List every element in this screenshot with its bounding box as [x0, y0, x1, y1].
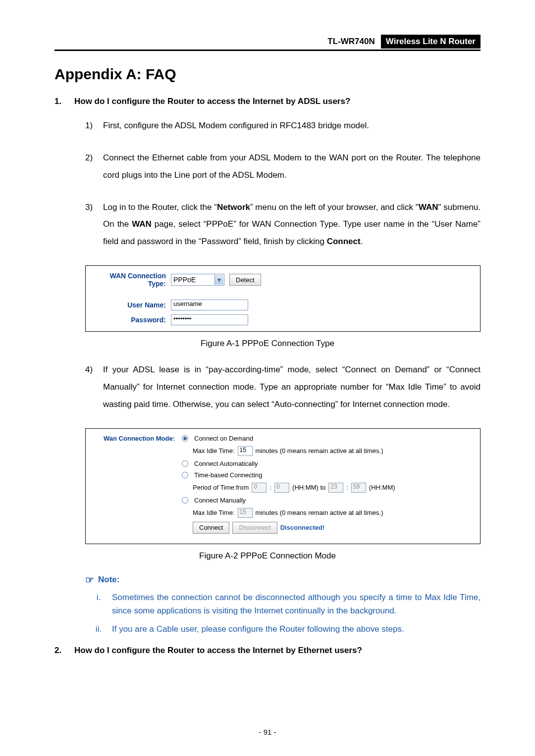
faq-item: 2. How do I configure the Router to acce…: [54, 646, 481, 655]
step-text: If your ADSL lease is in “pay-according-…: [103, 361, 481, 413]
label: minutes (0 means remain active at all ti…: [256, 447, 383, 454]
note-text: If you are a Cable user, please configur…: [112, 622, 481, 636]
action-row: Connect Disconnect Disconnected!: [193, 522, 473, 534]
max-idle-input-2[interactable]: 15: [238, 508, 253, 518]
period-from-hh[interactable]: 0: [252, 483, 267, 493]
faq-item: 1. How do I configure the Router to acce…: [54, 97, 481, 636]
step-list: 1) First, configure the ADSL Modem confi…: [85, 117, 481, 251]
note-label: Note:: [98, 575, 119, 585]
label: minutes (0 means remain active at all ti…: [256, 509, 383, 516]
radio-option[interactable]: Connect on Demand: [182, 435, 473, 442]
step-item: 3) Log in to the Router, click the “Netw…: [85, 199, 481, 251]
label: Period of Time:from: [193, 484, 249, 491]
form-row: WAN Connection Type: PPPoE ▾ Detect: [93, 272, 473, 288]
colon: :: [346, 484, 348, 491]
faq-text: How do I configure the Router to access …: [74, 97, 481, 106]
model-code: TL-WR740N: [327, 37, 374, 47]
radio-option[interactable]: Connect Automatically: [182, 460, 473, 467]
label: (HH:MM) to: [292, 484, 325, 491]
idle-row: Max Idle Time: 15 minutes (0 means remai…: [193, 508, 473, 518]
label: (HH:MM): [369, 484, 395, 491]
period-to-hh[interactable]: 23: [328, 483, 343, 493]
note-number: ii.: [85, 622, 112, 636]
document-page: TL-WR740N Wireless Lite N Router Appendi…: [0, 0, 535, 756]
figure-a1: WAN Connection Type: PPPoE ▾ Detect User…: [85, 265, 481, 332]
field-label: WAN Connection Type:: [93, 272, 171, 288]
chevron-down-icon: ▾: [214, 275, 223, 285]
step-item: 2) Connect the Ethernet cable from your …: [85, 150, 481, 184]
field-label: User Name:: [93, 301, 171, 309]
status-text: Disconnected!: [280, 524, 325, 531]
form-row: User Name: username: [93, 300, 473, 310]
step-text: First, configure the ADSL Modem configur…: [103, 117, 481, 135]
radio-option[interactable]: Time-based Connecting: [182, 471, 473, 479]
period-row: Period of Time:from 0 : 0 (HH:MM) to 23 …: [193, 483, 473, 493]
faq-question: 1. How do I configure the Router to acce…: [54, 97, 481, 106]
radio-icon: [182, 472, 188, 478]
radio-option[interactable]: Connect Manually: [182, 497, 473, 504]
step-list: 4) If your ADSL lease is in “pay-accordi…: [85, 361, 481, 413]
period-to-mm[interactable]: 59: [351, 483, 366, 493]
text: ” menu on the left of your browser, and …: [250, 202, 419, 212]
bold: WAN: [419, 202, 438, 212]
select-value: PPPoE: [173, 276, 196, 284]
form-row: Wan Connection Mode: Connect on Demand M…: [93, 435, 473, 538]
figure-a2: Wan Connection Mode: Connect on Demand M…: [85, 428, 481, 544]
label: Max Idle Time:: [193, 447, 235, 454]
step-text: Connect the Ethernet cable from your ADS…: [103, 150, 481, 184]
option-label: Connect Manually: [194, 497, 246, 504]
faq-number: 1.: [54, 97, 74, 106]
connect-button[interactable]: Connect: [193, 522, 229, 534]
step-item: 4) If your ADSL lease is in “pay-accordi…: [85, 361, 481, 413]
note-item: ii. If you are a Cable user, please conf…: [85, 622, 481, 636]
bold: Connect: [327, 237, 361, 246]
option-label: Connect Automatically: [194, 460, 258, 467]
form-row: Password: ••••••••: [93, 314, 473, 325]
bold: WAN: [132, 219, 152, 229]
field-label: Wan Connection Mode:: [93, 435, 182, 538]
product-name: Wireless Lite N Router: [381, 35, 481, 49]
page-header: TL-WR740N Wireless Lite N Router: [54, 35, 481, 51]
wan-type-select[interactable]: PPPoE ▾: [171, 274, 224, 286]
note-item: i. Sometimes the connection cannot be di…: [85, 591, 481, 617]
mode-options: Connect on Demand Max Idle Time: 15 minu…: [182, 435, 473, 538]
step-number: 2): [85, 150, 103, 184]
page-title: Appendix A: FAQ: [54, 66, 481, 83]
password-input[interactable]: ••••••••: [171, 314, 248, 325]
colon: :: [269, 484, 271, 491]
step-number: 1): [85, 117, 103, 135]
max-idle-input[interactable]: 15: [238, 446, 253, 456]
option-label: Connect on Demand: [194, 435, 253, 442]
step-number: 4): [85, 361, 103, 413]
idle-row: Max Idle Time: 15 minutes (0 means remai…: [193, 446, 473, 456]
period-from-mm[interactable]: 0: [274, 483, 289, 493]
note-list: i. Sometimes the connection cannot be di…: [85, 591, 481, 636]
text: page, select “PPPoE” for WAN Connection …: [103, 219, 481, 246]
detect-button[interactable]: Detect: [229, 274, 261, 286]
faq-list: 1. How do I configure the Router to acce…: [54, 97, 481, 655]
faq-number: 2.: [54, 646, 74, 655]
field-label: Password:: [93, 316, 171, 324]
figure-caption: Figure A-2 PPPoE Connection Mode: [54, 551, 481, 561]
hand-point-icon: ☞: [85, 574, 94, 586]
note-number: i.: [85, 591, 112, 617]
radio-icon: [182, 435, 188, 442]
note-text: Sometimes the connection cannot be disco…: [112, 591, 481, 617]
disconnect-button[interactable]: Disconnect: [232, 522, 277, 534]
text: Log in to the Router, click the “: [103, 202, 217, 212]
faq-text: How do I configure the Router to access …: [74, 646, 481, 655]
figure-caption: Figure A-1 PPPoE Connection Type: [54, 339, 481, 349]
username-input[interactable]: username: [171, 300, 248, 310]
page-number: - 91 -: [0, 728, 535, 736]
faq-question: 2. How do I configure the Router to acce…: [54, 646, 481, 655]
note-heading: ☞ Note:: [85, 574, 481, 586]
radio-icon: [182, 497, 188, 504]
radio-icon: [182, 460, 188, 467]
step-item: 1) First, configure the ADSL Modem confi…: [85, 117, 481, 135]
step-number: 3): [85, 199, 103, 251]
text: .: [361, 237, 363, 246]
label: Max Idle Time:: [193, 509, 235, 516]
bold: Network: [217, 202, 250, 212]
step-text: Log in to the Router, click the “Network…: [103, 199, 481, 251]
option-label: Time-based Connecting: [194, 471, 263, 479]
